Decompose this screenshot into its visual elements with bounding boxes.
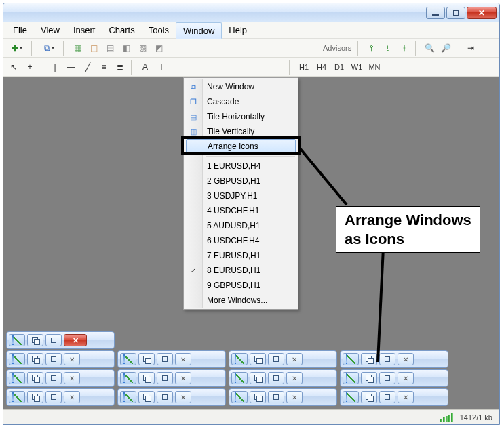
minimized-window[interactable]: ✕	[229, 388, 337, 406]
window-close-button[interactable]: ✕	[467, 7, 497, 19]
vline-button[interactable]: |	[47, 60, 62, 75]
indicator-button-2[interactable]: ⫰	[381, 41, 395, 56]
minimized-window[interactable]: ✕	[117, 350, 226, 368]
minwin-maximize-button[interactable]	[268, 353, 284, 365]
minwin-close-button[interactable]: ✕	[286, 372, 303, 384]
timeframe-mn[interactable]: MN	[366, 60, 383, 75]
trendline-button[interactable]: ╱	[80, 60, 95, 75]
cursor-button[interactable]: ↖	[6, 60, 21, 75]
menu-insert[interactable]: Insert	[66, 22, 102, 38]
minimized-window[interactable]: ✕	[6, 350, 115, 368]
minwin-maximize-button[interactable]	[45, 391, 62, 403]
menu-new-window[interactable]: ⧉ New Window	[185, 79, 296, 94]
minimized-window[interactable]: ✕	[229, 350, 337, 368]
minwin-restore-button[interactable]	[138, 372, 155, 384]
menu-window-6[interactable]: 6 USDCHF,H4	[185, 233, 296, 248]
window-minimize-button[interactable]	[426, 7, 445, 19]
autoscroll-button[interactable]: ⇥	[463, 41, 478, 56]
minwin-restore-button[interactable]	[361, 353, 377, 365]
minimized-window[interactable]: ✕	[6, 369, 115, 387]
minwin-restore-button[interactable]	[361, 391, 377, 403]
minwin-restore-button[interactable]	[250, 391, 266, 403]
minwin-maximize-button[interactable]	[379, 372, 395, 384]
minwin-maximize-button[interactable]	[268, 391, 284, 403]
menu-window-9[interactable]: 9 GBPUSD,H1	[185, 278, 296, 293]
timeframe-d1[interactable]: D1	[331, 60, 347, 75]
minimized-window[interactable]: ✕	[6, 388, 115, 406]
minwin-close-button[interactable]: ✕	[64, 334, 87, 346]
minwin-restore-button[interactable]	[27, 372, 43, 384]
minwin-maximize-button[interactable]	[379, 353, 395, 365]
minimized-window[interactable]: ✕	[6, 331, 115, 349]
menu-tools[interactable]: Tools	[142, 22, 176, 38]
menu-view[interactable]: View	[34, 22, 66, 38]
new-order-button[interactable]: ◩	[151, 41, 166, 56]
text-label-button[interactable]: T	[154, 60, 169, 75]
minwin-close-button[interactable]: ✕	[64, 372, 80, 384]
menu-window-3[interactable]: 3 USDJPY,H1	[185, 188, 296, 203]
market-watch-button[interactable]: ▦	[70, 41, 85, 56]
minwin-close-button[interactable]: ✕	[175, 391, 191, 403]
minwin-maximize-button[interactable]	[157, 372, 173, 384]
strategy-tester-button[interactable]: ◧	[119, 41, 134, 56]
menu-window-4[interactable]: 4 USDCHF,H1	[185, 203, 296, 218]
menu-help[interactable]: Help	[222, 22, 254, 38]
fibo-button[interactable]: ≣	[113, 60, 128, 75]
minimized-window[interactable]: ✕	[340, 350, 448, 368]
minwin-close-button[interactable]: ✕	[286, 353, 303, 365]
indicator-button-3[interactable]: ⫲	[397, 41, 412, 56]
minwin-restore-button[interactable]	[250, 353, 266, 365]
minwin-close-button[interactable]: ✕	[175, 353, 191, 365]
minwin-maximize-button[interactable]	[45, 353, 62, 365]
minwin-restore-button[interactable]	[361, 372, 377, 384]
minwin-restore-button[interactable]	[250, 372, 266, 384]
minimized-window[interactable]: ✕	[117, 388, 226, 406]
navigator-button[interactable]: ◫	[86, 41, 101, 56]
minwin-close-button[interactable]: ✕	[64, 353, 80, 365]
minwin-close-button[interactable]: ✕	[398, 391, 414, 403]
minwin-maximize-button[interactable]	[379, 391, 395, 403]
menu-file[interactable]: File	[6, 22, 34, 38]
minimized-window[interactable]: ✕	[229, 369, 337, 387]
minwin-close-button[interactable]: ✕	[398, 353, 414, 365]
menu-window-1[interactable]: 1 EURUSD,H4	[185, 159, 296, 173]
menu-more-windows[interactable]: More Windows...	[185, 293, 296, 308]
terminal-button[interactable]: ▤	[102, 41, 117, 56]
minwin-restore-button[interactable]	[27, 353, 43, 365]
menu-tile-vertically[interactable]: ▥ Tile Vertically	[185, 124, 296, 139]
indicator-button-1[interactable]: ⫯	[364, 41, 379, 56]
menu-arrange-icons[interactable]: Arrange Icons	[186, 139, 296, 154]
crosshair-button[interactable]: +	[22, 60, 37, 75]
menu-window-8[interactable]: ✓ 8 EURUSD,H1	[185, 263, 296, 278]
text-button[interactable]: A	[138, 60, 153, 75]
minwin-close-button[interactable]: ✕	[64, 391, 80, 403]
timeframe-h1[interactable]: H1	[296, 60, 312, 75]
minwin-close-button[interactable]: ✕	[175, 372, 191, 384]
menu-window-5[interactable]: 5 AUDUSD,H1	[185, 218, 296, 233]
menu-window-7[interactable]: 7 EURUSD,H1	[185, 248, 296, 263]
data-window-button[interactable]: ▧	[135, 41, 150, 56]
minwin-maximize-button[interactable]	[157, 353, 173, 365]
minwin-restore-button[interactable]	[138, 391, 155, 403]
menu-window-2[interactable]: 2 GBPUSD,H1	[185, 173, 296, 188]
hline-button[interactable]: —	[64, 60, 79, 75]
minwin-maximize-button[interactable]	[157, 391, 173, 403]
minwin-close-button[interactable]: ✕	[286, 391, 303, 403]
timeframe-h4[interactable]: H4	[313, 60, 330, 75]
timeframe-w1[interactable]: W1	[349, 60, 365, 75]
minwin-restore-button[interactable]	[138, 353, 155, 365]
new-chart-button[interactable]: ✚▾	[6, 41, 28, 56]
menu-tile-horizontally[interactable]: ▤ Tile Horizontally	[185, 109, 296, 124]
minimized-window[interactable]: ✕	[340, 388, 448, 406]
minwin-restore-button[interactable]	[27, 391, 43, 403]
minwin-maximize-button[interactable]	[268, 372, 284, 384]
menu-window[interactable]: Window	[176, 22, 222, 39]
window-maximize-button[interactable]	[446, 7, 465, 19]
minwin-maximize-button[interactable]	[45, 372, 62, 384]
menu-charts[interactable]: Charts	[102, 22, 141, 38]
zoom-in-button[interactable]: 🔍	[422, 41, 437, 56]
zoom-out-button[interactable]: 🔎	[438, 41, 453, 56]
profiles-button[interactable]: ⧉▾	[38, 41, 60, 56]
minimized-window[interactable]: ✕	[340, 369, 448, 387]
minwin-maximize-button[interactable]	[45, 334, 62, 346]
